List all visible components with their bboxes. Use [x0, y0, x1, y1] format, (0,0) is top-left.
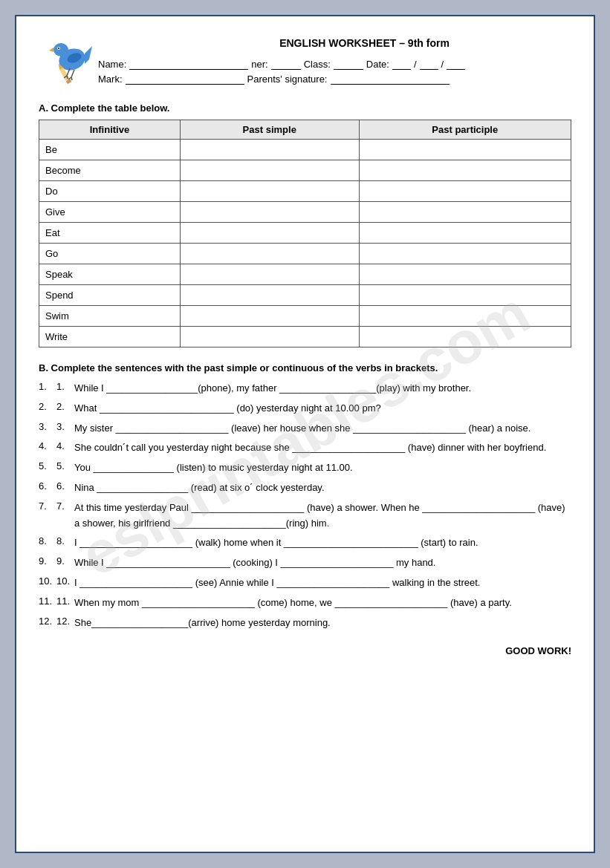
sentence-item: 12.She__________________(arrive) home ye… [39, 616, 571, 631]
past-simple-cell [180, 140, 359, 160]
date-month [420, 58, 438, 70]
name-field [129, 58, 248, 70]
past-simple-cell [180, 285, 359, 306]
past-participle-cell [359, 327, 571, 347]
sentence-item: 4.She couldn´t call you yesterday night … [39, 440, 571, 456]
past-participle-cell [359, 244, 571, 264]
name-line: Name: ner: Class: Date: / / [98, 58, 571, 70]
good-work-label: GOOD WORK! [39, 645, 571, 656]
section-b-title: B. Complete the sentences with the past … [39, 362, 571, 373]
infinitive-cell: Write [39, 327, 181, 347]
infinitive-cell: Go [39, 244, 181, 264]
past-simple-cell [180, 181, 359, 202]
table-row: Give [39, 202, 571, 223]
past-participle-cell [359, 181, 571, 202]
past-participle-cell [359, 140, 571, 160]
header-fields: ENGLISH WORKSHEET – 9th form Name: ner: … [98, 37, 571, 85]
worksheet-page: eslprintables.com [15, 15, 595, 853]
past-simple-cell [180, 306, 359, 327]
table-row: Become [39, 160, 571, 181]
sentence-number: 11. [56, 595, 71, 607]
svg-line-15 [71, 77, 72, 80]
sentence-text: What _________________________ (do) yest… [74, 401, 571, 417]
past-simple-cell [180, 244, 359, 264]
sentence-item: 8.I _____________________ (walk) home wh… [39, 535, 571, 551]
sentence-text: Nina _________________ (read) at six o´ … [74, 480, 571, 496]
sentence-number: 6. [56, 480, 71, 492]
past-simple-cell [180, 327, 359, 347]
table-header-row: Infinitive Past simple Past participle [39, 120, 571, 140]
sentence-text: I _____________________ (see) Annie whil… [74, 575, 571, 591]
sentence-text: At this time yesterday Paul ____________… [74, 500, 571, 532]
sentence-item: 2.What _________________________ (do) ye… [39, 401, 571, 417]
infinitive-cell: Speak [39, 264, 181, 285]
table-row: Be [39, 140, 571, 160]
table-row: Swim [39, 306, 571, 327]
table-row: Speak [39, 264, 571, 285]
sentence-text: While I _________________(phone), my fat… [74, 381, 571, 397]
sentence-text: When my mom _____________________ (come)… [74, 595, 571, 611]
sentence-number: 2. [56, 401, 71, 412]
past-simple-cell [180, 264, 359, 285]
infinitive-cell: Be [39, 140, 181, 160]
past-participle-cell [359, 306, 571, 327]
past-participle-cell [359, 202, 571, 223]
worksheet-title: ENGLISH WORKSHEET – 9th form [158, 37, 571, 49]
sentence-list: 1.While I _________________(phone), my f… [39, 381, 571, 630]
svg-point-1 [53, 43, 68, 56]
table-row: Write [39, 327, 571, 347]
col-past-participle: Past participle [359, 120, 571, 140]
svg-point-4 [58, 48, 59, 49]
infinitive-cell: Spend [39, 285, 181, 306]
mark-line: Mark: Parents' signature: [98, 73, 571, 85]
sentence-text: My sister _____________________ (leave) … [74, 421, 571, 437]
infinitive-cell: Do [39, 181, 181, 202]
sentence-number: 12. [56, 616, 71, 627]
past-participle-cell [359, 264, 571, 285]
col-past-simple: Past simple [180, 120, 359, 140]
past-simple-cell [180, 223, 359, 244]
sentence-item: 5.You _______________ (listen) to music … [39, 460, 571, 476]
sentence-number: 5. [56, 460, 71, 471]
sentence-item: 11.When my mom _____________________ (co… [39, 595, 571, 611]
table-row: Go [39, 244, 571, 264]
sentence-text: You _______________ (listen) to music ye… [74, 460, 571, 476]
bird-image [39, 31, 98, 91]
sentence-item: 1.While I _________________(phone), my f… [39, 381, 571, 397]
header: ENGLISH WORKSHEET – 9th form Name: ner: … [39, 31, 571, 94]
date-year [447, 58, 465, 70]
table-row: Do [39, 181, 571, 202]
sentence-text: She__________________(arrive) home yeste… [74, 616, 571, 631]
parents-label: Parents' signature: [247, 74, 328, 85]
date-label: Date: [366, 59, 389, 70]
sentence-item: 6.Nina _________________ (read) at six o… [39, 480, 571, 496]
section-a-title: A. Complete the table below. [39, 102, 571, 114]
sentence-number: 9. [56, 555, 71, 567]
svg-marker-6 [85, 46, 92, 64]
sentence-item: 3.My sister _____________________ (leave… [39, 421, 571, 437]
infinitive-cell: Swim [39, 306, 181, 327]
name-label: Name: [98, 59, 126, 70]
sentence-text: While I _______________________ (cooking… [74, 555, 571, 571]
table-row: Spend [39, 285, 571, 306]
sentence-number: 3. [56, 421, 71, 432]
infinitive-cell: Become [39, 160, 181, 181]
sentence-item: 9.While I _______________________ (cooki… [39, 555, 571, 571]
class-field [334, 58, 363, 70]
past-participle-cell [359, 160, 571, 181]
sentence-item: 10.I _____________________ (see) Annie w… [39, 575, 571, 591]
sentence-number: 7. [56, 500, 71, 512]
class-label: Class: [304, 59, 331, 70]
sentence-number: 8. [56, 535, 71, 546]
date-day [392, 58, 411, 70]
past-participle-cell [359, 285, 571, 306]
ner-field [271, 58, 301, 70]
sentence-number: 4. [56, 440, 71, 451]
svg-line-13 [67, 76, 68, 79]
mark-label: Mark: [98, 74, 123, 85]
mark-field [126, 73, 244, 85]
sentence-text: She couldn´t call you yesterday night be… [74, 440, 571, 456]
ner-label: ner: [251, 59, 267, 70]
verb-table-body: BeBecomeDoGiveEatGoSpeakSpendSwimWrite [39, 140, 571, 347]
past-participle-cell [359, 223, 571, 244]
